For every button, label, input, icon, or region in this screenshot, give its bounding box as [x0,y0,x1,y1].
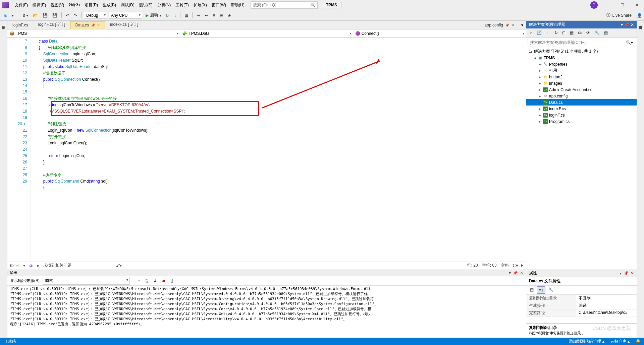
indent-icon[interactable]: ⇥ [195,12,202,19]
outdent-icon[interactable]: ⇤ [203,12,210,19]
panel-pin-icon[interactable]: 📌 [624,22,629,27]
collapse-icon[interactable]: ⊟ [560,29,567,36]
panel-dropdown-icon[interactable]: ▾ [509,271,511,275]
back-icon[interactable]: ← [544,29,552,36]
showall-icon[interactable]: ▦ [568,29,575,36]
tree-item[interactable]: ▸ loginF.cs [526,112,637,118]
tree-item[interactable]: ▸ AdminCreateAccount.cs [526,86,637,93]
tree-item[interactable]: ▸▫ 引用 [526,67,637,74]
save-all-icon[interactable]: 💾 [51,12,59,19]
document-tab[interactable]: loginF.cs [7,21,33,29]
solution-tree[interactable]: 🗂 解决方案 'TPMS' (1 个项目, 共 1 个)◢▣ TPMS▸🔧 Pr… [526,48,637,269]
panel-pin-icon[interactable]: 📌 [624,271,629,276]
step-icon[interactable]: ⤵ [172,12,178,19]
tab-appconfig[interactable]: app.config📌✕ [480,21,519,29]
menu-item[interactable]: 帮助(H) [229,1,247,9]
new-project-icon[interactable]: 🗎▾ [20,12,30,19]
menu-item[interactable]: 测试(S) [137,1,155,9]
menu-item[interactable]: 扩展(X) [192,1,209,9]
menu-item[interactable]: 调试(D) [119,1,137,9]
nav-fwd-icon[interactable]: ▾ [10,12,15,19]
tree-item[interactable]: ◢▣ TPMS [526,55,637,61]
start-nodebug-icon[interactable]: ▷ [165,12,171,19]
alpha-sort-icon[interactable]: A↓ [537,286,545,294]
properties-icon[interactable]: 🗂 [576,29,584,36]
liveshare-button[interactable]: ⓘ Live Share 👤 [606,12,642,18]
global-search[interactable]: 🔍 [251,1,318,9]
tree-item[interactable]: ▸ indexF.cs [526,106,637,112]
solution-search-input[interactable] [530,40,626,45]
prop-value[interactable]: 不复制 [576,295,637,302]
platform-combo[interactable]: Any CPU [109,12,142,19]
left-toolwindow-tab[interactable]: 数据源 [0,21,7,338]
panel-dropdown-icon[interactable]: ▾ [620,271,622,276]
redo-icon[interactable]: ↷ [72,12,79,19]
source-control-button[interactable]: ↑ 添加到源代码管理 ▴ [566,339,604,344]
output-body[interactable]: iPMS.exe（CLR v4.0.30319: iPMS.exe）: 已加载"… [7,286,526,338]
menu-item[interactable]: 分析(N) [155,1,173,9]
properties-grid[interactable]: 复制到输出目录不复制生成操作编译完整路径C:\Users\ritchie\Des… [526,295,637,323]
tree-item[interactable]: ▸📁 button2 [526,74,637,80]
filter-icon[interactable]: ▤ [602,29,609,36]
menu-item[interactable]: 工具(T) [173,1,191,9]
maximize-button[interactable]: ☐ [617,3,627,7]
prop-value[interactable]: 编译 [576,302,637,309]
repo-selector[interactable]: 选择仓库 ▴ [610,339,630,344]
prop-value[interactable]: C:\Users\ritchie\Desktop\c# [576,309,637,317]
undo-icon[interactable]: ↶ [64,12,71,19]
search-input[interactable] [253,3,310,7]
code-body[interactable]: class Data { //创建SQL数据库链接 SqlConnection … [31,38,526,262]
save-icon[interactable]: 💾 [41,12,49,19]
menu-item[interactable]: 项目(P) [83,1,100,9]
tree-item[interactable]: 🗂 解决方案 'TPMS' (1 个项目, 共 1 个) [526,48,637,55]
tree-item[interactable]: ▸📁 images [526,80,637,86]
output-clear-icon[interactable]: ≡ [136,278,142,284]
class-combo[interactable]: 🧩 TPMS.Data [180,29,353,37]
bookmark-icon[interactable]: ◈ [226,12,232,19]
sync-icon[interactable]: 🔄 [535,29,543,36]
solution-search[interactable]: 🔍▾ [528,39,635,46]
panel-close-icon[interactable]: ✕ [631,22,634,27]
right-toolwindow-tab[interactable]: 服务器资源管理器 [637,21,644,338]
start-debug-button[interactable]: ▶启动 ▾ [144,12,163,19]
brush-icon[interactable]: 🖌▾ [116,263,122,268]
menu-item[interactable]: 生成(B) [101,1,118,9]
output-copy-icon[interactable]: ⎘ [144,278,150,284]
wrench-icon[interactable]: 🔧 [593,29,601,36]
close-tab-icon[interactable]: ✕ [97,23,100,27]
minimize-button[interactable]: ─ [602,3,612,7]
output-clearall-icon[interactable]: ✖ [160,278,167,284]
user-avatar[interactable]: 子 [590,1,598,9]
menu-item[interactable]: 视图(V) [49,1,66,9]
config-combo[interactable]: Debug [84,12,107,19]
output-goto-icon[interactable]: ⎙ [169,278,175,284]
nav-back-icon[interactable]: ◉ [2,12,9,19]
menu-item[interactable]: 编辑(E) [31,1,48,9]
menu-item[interactable]: Git(G) [67,1,82,9]
document-tab[interactable]: Data.cs📌✕ [70,21,105,29]
health-icon[interactable]: ◕ [29,263,33,268]
tree-item[interactable]: ▸🔧 Properties [526,61,637,67]
uncomment-icon[interactable]: ≢ [218,12,225,19]
tab-overflow-icon[interactable]: ▾ [521,23,523,27]
prop-wrench-icon[interactable]: 🔧 [547,286,555,294]
home-icon[interactable]: ⌂ [528,29,534,36]
document-tab[interactable]: loginF.cs [设计] [33,20,70,29]
pin-icon[interactable]: 📌 [91,23,95,27]
refresh-icon[interactable]: ↻ [553,29,559,36]
panel-pin-icon[interactable]: 📌 [513,271,518,275]
tree-item[interactable]: ▸ Data.cs [526,99,637,106]
comment-icon[interactable]: ≡ [211,12,217,19]
member-combo[interactable]: 🟣 Connect() [353,29,526,37]
output-source-combo[interactable]: 调试 [43,277,130,285]
panel-dropdown-icon[interactable]: ▾ [621,22,623,27]
close-tab-icon[interactable]: ✕ [511,23,514,27]
preview-icon[interactable]: 👁 [585,29,592,36]
menu-item[interactable]: 文件(F) [13,1,30,9]
notification-bell-icon[interactable]: 🔔 [636,339,641,344]
document-tab[interactable]: indexF.cs [设计] [105,20,143,29]
tree-item[interactable]: ▸⚙ app.config [526,93,637,99]
zoom-combo[interactable]: 62 % [10,263,19,268]
code-editor[interactable]: 7891011121314151617181920🔹21222324252627… [7,38,526,262]
namespace-combo[interactable]: 📦 TPMS [7,29,180,37]
